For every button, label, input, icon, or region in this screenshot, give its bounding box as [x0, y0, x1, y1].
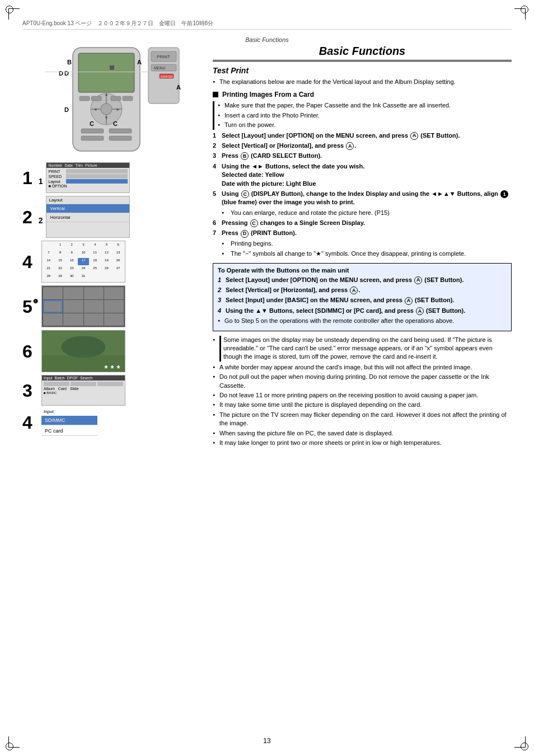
print-step-5: 5 Using C (DISPLAY Button), change to th… — [213, 190, 512, 217]
circle-a-op3: A — [405, 297, 413, 305]
screen-1-layout-row: Layout — [48, 179, 128, 184]
sdmmc-option: SD/MMC — [41, 416, 97, 425]
screen-print-label: PRINT — [48, 170, 65, 173]
print-step-4: 4 Using the ◄► Buttons, select the date … — [213, 162, 512, 188]
header-bar: APT0U-Eng.book 13 ページ ２００２年９月２７日 金曜日 午前1… — [22, 20, 512, 30]
bottom-note-6: The picture on the TV screen may flicker… — [213, 411, 512, 428]
pccard-option: PC card — [41, 426, 97, 436]
screen-speed-label: SPEED — [48, 175, 65, 179]
step-4b-menus: Input SD/MMC PC card — [41, 408, 97, 436]
bottom-notes-list: Some images on the display may be unstea… — [213, 336, 512, 448]
printing-bullets: Make sure that the paper, the Paper Cass… — [218, 101, 512, 129]
circle-b-1: B — [241, 152, 249, 160]
step-1-number: 1 1 — [22, 169, 43, 187]
svg-text:►: ► — [116, 107, 120, 112]
screen-3-option-row: ■ BASIC — [44, 391, 123, 395]
step-1-screen: NumberDateTrimPicture PRINT SPEED Layout — [46, 162, 130, 193]
print-step-7: 7 Press D (PRINT Button). Printing begin… — [213, 229, 512, 258]
left-column: A B D D C C ▲ ▼ ◄ ► PRINT MENU ERROR — [22, 45, 202, 728]
step-7-subbullet-1: Printing begins. — [222, 240, 512, 248]
printing-bullet-1: Make sure that the paper, the Paper Cass… — [218, 101, 512, 110]
screen-layout-label: Layout — [48, 180, 65, 184]
screen-option-label: ■ OPTION — [48, 184, 67, 188]
svg-text:PRINT: PRINT — [157, 54, 170, 59]
screen-3-row1 — [44, 382, 123, 386]
print-step-1: 1 Select [Layout] under [OPTION] on the … — [213, 132, 512, 140]
step-5-subbullet-1: You can enlarge, reduce and rotate the p… — [222, 209, 512, 217]
index-screen — [41, 285, 125, 327]
operate-footer-bullet: Go to Step 5 on the operations with the … — [218, 317, 507, 325]
circle-c-2: C — [250, 219, 258, 227]
circle-a-op2: A — [350, 287, 358, 294]
step-4b-row: 4 Input SD/MMC PC card — [22, 408, 125, 436]
svg-rect-8 — [111, 96, 121, 101]
bottom-note-3: Do not pull out the paper when moving du… — [213, 373, 512, 390]
svg-text:ERROR: ERROR — [161, 75, 173, 78]
circle-c-1: C — [241, 190, 249, 198]
corner-bracket-tr — [514, 8, 526, 20]
operate-step-2: 2 Select [Vertical] or [Horizontal], and… — [218, 286, 507, 294]
step-3-row: 3 InputBatchDPOFSearch — [22, 375, 125, 406]
screen-1-option-row: ■ OPTION — [48, 184, 128, 188]
step-5-subbullets: You can enlarge, reduce and rotate the p… — [222, 209, 512, 217]
screen-3-album-row: Album Card Slide — [44, 387, 123, 391]
main-content: A B D D C C ▲ ▼ ◄ ► PRINT MENU ERROR — [22, 45, 512, 728]
step-3-bottom-row: 3 InputBatchDPOFSearch — [22, 375, 202, 436]
step-3-screen: InputBatchDPOFSearch Album Card — [41, 375, 125, 406]
filled-circle-1: 1 — [500, 190, 508, 198]
step-6-row: 6 ★★★ — [22, 330, 202, 372]
device-svg: A B D D C C ▲ ▼ ◄ ► PRINT MENU ERROR — [28, 45, 185, 154]
step-7-subbullets: Printing begins. The "−" symbols all cha… — [222, 240, 512, 259]
step-5-number: 5 ❶ — [22, 298, 38, 316]
right-column: Basic Functions Test Print The explanati… — [210, 45, 512, 728]
svg-rect-1 — [78, 53, 134, 92]
step-3-number: 3 — [22, 382, 38, 400]
svg-text:A: A — [176, 84, 181, 91]
svg-rect-7 — [91, 96, 101, 101]
step-4-number: 4 — [22, 253, 38, 271]
operate-step-3: 3 Select [Input] under [BASIC] on the ME… — [218, 296, 507, 304]
step-1-row: 1 1 NumberDateTrimPicture PRINT SPEED — [22, 162, 202, 193]
header-text: APT0U-Eng.book 13 ページ ２００２年９月２７日 金曜日 午前1… — [22, 20, 213, 26]
svg-rect-6 — [79, 96, 90, 101]
menu-layout-row: Layout — [46, 196, 129, 204]
step-7-subbullet-2: The "−" symbols all change to "★" symbol… — [222, 250, 512, 258]
printing-bullet-2: Insert a card into the Photo Printer. — [218, 111, 512, 120]
svg-text:▲: ▲ — [104, 92, 109, 97]
operate-step-4: 4 Using the ▲▼ Buttons, select [SD/MMC] … — [218, 307, 507, 315]
svg-point-5 — [101, 104, 112, 115]
printing-bullets-bar: Make sure that the paper, the Paper Cass… — [213, 101, 512, 129]
page-number: 13 — [0, 737, 534, 745]
svg-rect-12 — [81, 136, 104, 140]
screen-1-header: NumberDateTrimPicture — [46, 163, 129, 168]
main-title: Basic Functions — [213, 45, 512, 58]
svg-rect-13 — [109, 136, 132, 140]
operate-box-title: To Operate with the Buttons on the main … — [218, 267, 507, 274]
step-2-screen: Layout Vertical Horizontal — [46, 196, 130, 238]
screen-1-body: PRINT SPEED Layout ■ OPTION — [46, 168, 129, 192]
operate-step-1: 1 Select [Layout] under [OPTION] on the … — [218, 276, 507, 284]
printing-section-title: Printing Images From a Card — [213, 91, 512, 98]
circle-a-op1: A — [414, 276, 422, 284]
title-rule — [213, 60, 512, 62]
bottom-note-7: When saving the picture file on PC, the … — [213, 429, 512, 438]
circle-a-op4: A — [416, 307, 424, 315]
svg-rect-10 — [81, 129, 104, 133]
screen-item-1 — [66, 169, 128, 173]
corner-bracket-tl — [8, 8, 20, 20]
photo-stars: ★★★ — [104, 364, 122, 370]
calendar-screen: S M T W T F S 1 2 3 4 5 6 7 8 9 10 11 12 — [41, 241, 125, 283]
circle-a-2: A — [346, 142, 354, 150]
operate-box-footer: Go to Step 5 on the operations with the … — [218, 317, 507, 325]
bottom-note-5: It may take some time until the picture … — [213, 401, 512, 409]
device-illustration: A B D D C C ▲ ▼ ◄ ► PRINT MENU ERROR — [28, 45, 185, 157]
printing-bullet-3: Turn on the power. — [218, 121, 512, 129]
step-6-number: 6 — [22, 342, 38, 360]
intro-bullet-1: The explanations below are made for the … — [213, 78, 512, 86]
screen-item-2 — [66, 174, 128, 179]
bottom-note-4: Do not leave 11 or more printing papers … — [213, 391, 512, 400]
screen-1-row1: PRINT — [48, 169, 128, 173]
step-4b-number: 4 — [22, 414, 38, 431]
printing-steps: 1 Select [Layout] under [OPTION] on the … — [213, 132, 512, 259]
svg-text:C: C — [113, 120, 118, 127]
